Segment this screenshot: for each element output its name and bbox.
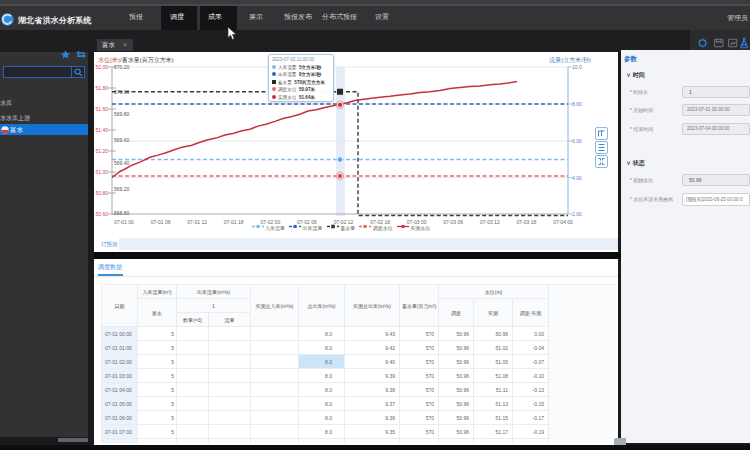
svg-text:51.00: 51.00 <box>95 169 108 175</box>
svg-text:51.80: 51.80 <box>95 85 108 91</box>
svg-text:6.00: 6.00 <box>572 138 582 144</box>
svg-text:569.20: 569.20 <box>114 186 130 192</box>
svg-text:4.00: 4.00 <box>572 175 582 181</box>
svg-text:51.60: 51.60 <box>95 106 108 112</box>
svg-text:51.20: 51.20 <box>95 148 108 154</box>
svg-text:52.00: 52.00 <box>95 64 108 70</box>
svg-text:568.80: 568.80 <box>114 210 130 216</box>
svg-text:51.40: 51.40 <box>95 127 108 133</box>
svg-text:569.60: 569.60 <box>114 137 130 143</box>
svg-text:水位(米)/蓄水量(百万立方米): 水位(米)/蓄水量(百万立方米) <box>98 56 174 64</box>
svg-text:570.20: 570.20 <box>114 64 130 70</box>
svg-text:50.60: 50.60 <box>95 211 108 217</box>
svg-text:10.0: 10.0 <box>572 64 582 70</box>
svg-text:50.80: 50.80 <box>95 190 108 196</box>
svg-text:2.00: 2.00 <box>572 211 582 217</box>
svg-text:569.80: 569.80 <box>114 111 130 117</box>
svg-text:569.40: 569.40 <box>114 160 130 166</box>
svg-text:流量(立方米/秒): 流量(立方米/秒) <box>549 56 591 64</box>
svg-text:8.00: 8.00 <box>572 101 582 107</box>
